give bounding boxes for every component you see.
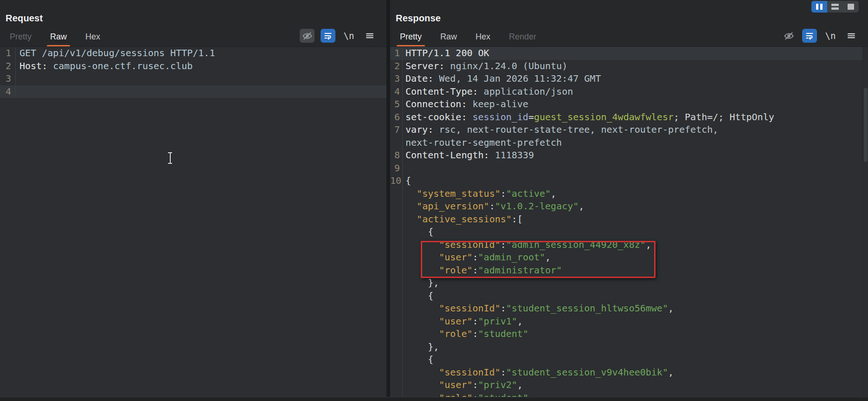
- response-code-line[interactable]: 4Content-Type: application/json: [390, 85, 868, 98]
- response-code-line[interactable]: 10{: [390, 175, 868, 188]
- code-text: "api_version":"v1.0.2-legacy",: [403, 200, 584, 213]
- response-code-line[interactable]: 6set-cookie: session_id=guest_session_4w…: [390, 111, 868, 124]
- hide-matches-eye-icon[interactable]: [781, 29, 796, 43]
- code-segment: :: [473, 265, 478, 276]
- line-number: [390, 188, 403, 200]
- response-scrollbar-thumb[interactable]: [864, 88, 868, 162]
- response-code-line[interactable]: "user":"priv2",: [390, 379, 868, 392]
- code-text: {: [403, 353, 433, 366]
- response-code-line[interactable]: {: [390, 290, 868, 303]
- response-code-line[interactable]: next-router-segment-prefetch: [390, 136, 868, 149]
- response-code-line[interactable]: 8Content-Length: 1118339: [390, 149, 868, 162]
- line-number: [390, 200, 403, 213]
- request-code-line[interactable]: 1GET /api/v1/debug/sessions HTTP/1.1: [0, 47, 386, 60]
- response-code-line[interactable]: },: [390, 341, 868, 354]
- code-segment: :[: [512, 213, 523, 225]
- response-code-line[interactable]: 5Connection: keep-alive: [390, 98, 868, 111]
- code-text: [16, 72, 19, 85]
- response-code-line[interactable]: "system_status":"active",: [390, 188, 868, 200]
- line-number: 1: [390, 47, 403, 60]
- response-code-line[interactable]: "user":"admin_root",: [390, 251, 868, 264]
- code-text: Content-Type: application/json: [403, 85, 573, 98]
- code-segment: },: [405, 277, 439, 288]
- single-pane-button[interactable]: [843, 1, 859, 13]
- response-code-line[interactable]: "role":"student": [390, 328, 868, 341]
- request-code-line[interactable]: 4: [0, 85, 386, 98]
- code-segment: "priv2": [478, 379, 517, 390]
- line-number: 4: [390, 85, 403, 98]
- response-editor[interactable]: 1HTTP/1.1 200 OK2Server: nginx/1.24.0 (U…: [390, 46, 868, 401]
- code-segment: "priv1": [478, 316, 517, 327]
- code-segment: next-router-segment-prefetch: [405, 137, 562, 148]
- response-code-line[interactable]: 7vary: rsc, next-router-state-tree, next…: [390, 123, 868, 136]
- code-text: {: [403, 290, 433, 303]
- response-tab-pretty[interactable]: Pretty: [397, 32, 425, 46]
- code-segment: ,: [517, 316, 523, 327]
- split-rows-button[interactable]: [827, 1, 843, 13]
- request-tab-pretty[interactable]: Pretty: [6, 32, 35, 46]
- code-text: Host: campus-one.ctf.rusec.club: [16, 60, 193, 73]
- code-segment: :: [501, 239, 506, 250]
- line-number: 3: [390, 72, 403, 85]
- word-wrap-icon[interactable]: [321, 29, 335, 43]
- code-segment: Date:: [405, 73, 433, 84]
- response-code-line[interactable]: "sessionId":"student_session_v9v4hee0bik…: [390, 366, 868, 379]
- response-code-line[interactable]: },: [390, 277, 868, 290]
- response-code-line[interactable]: "active_sessions":[: [390, 213, 868, 226]
- response-code-line[interactable]: {: [390, 226, 868, 239]
- response-code-line[interactable]: 9: [390, 162, 868, 175]
- response-code-line[interactable]: 2Server: nginx/1.24.0 (Ubuntu): [390, 60, 868, 73]
- editor-menu-icon[interactable]: [844, 29, 859, 43]
- hide-matches-eye-icon[interactable]: [300, 29, 315, 43]
- request-tab-hex[interactable]: Hex: [82, 32, 103, 46]
- request-editor[interactable]: 1GET /api/v1/debug/sessions HTTP/1.12Hos…: [0, 46, 386, 401]
- code-segment: [405, 200, 417, 212]
- newline-glyph: \n: [344, 31, 354, 41]
- code-segment: {: [405, 354, 433, 365]
- code-text: next-router-segment-prefetch: [403, 136, 562, 149]
- line-number: 3: [0, 72, 16, 85]
- request-code-line[interactable]: 2Host: campus-one.ctf.rusec.club: [0, 60, 386, 73]
- response-code-line[interactable]: "sessionId":"admin_session_44920_x8z",: [390, 239, 868, 252]
- response-tab-hex[interactable]: Hex: [472, 32, 494, 46]
- request-code-line[interactable]: 3: [0, 72, 386, 85]
- response-code-line[interactable]: "role":"administrator": [390, 264, 868, 277]
- line-number: 2: [0, 60, 16, 73]
- code-text: {: [403, 175, 411, 188]
- code-segment: nginx/1.24.0 (Ubuntu): [444, 60, 567, 71]
- code-segment: [405, 213, 417, 225]
- code-segment: [467, 111, 472, 123]
- code-text: "role":"administrator": [403, 264, 562, 277]
- word-wrap-icon[interactable]: [802, 29, 817, 43]
- code-segment: application/json: [478, 86, 573, 97]
- code-segment: ,: [545, 252, 551, 263]
- response-tab-raw[interactable]: Raw: [437, 32, 460, 46]
- request-tab-raw[interactable]: Raw: [47, 32, 70, 46]
- response-scrollbar[interactable]: [862, 47, 868, 397]
- code-segment: ,: [579, 200, 584, 212]
- code-segment: :: [473, 316, 478, 327]
- panel-splitter[interactable]: [386, 0, 390, 401]
- response-tab-render[interactable]: Render: [506, 32, 540, 46]
- line-number: [390, 290, 403, 303]
- request-editor-toolbar: \n: [300, 29, 386, 46]
- line-number: 5: [390, 98, 403, 111]
- response-code-line[interactable]: 1HTTP/1.1 200 OK: [390, 47, 868, 60]
- response-panel: Response PrettyRawHexRender\n 1HTTP/1.1 …: [390, 0, 868, 401]
- show-newlines-icon[interactable]: \n: [341, 29, 356, 43]
- show-newlines-icon[interactable]: \n: [823, 29, 838, 43]
- code-segment: "user": [439, 316, 472, 327]
- editor-menu-icon[interactable]: [362, 29, 377, 43]
- repeater-view: Request PrettyRawHex\n 1GET /api/v1/debu…: [0, 0, 868, 401]
- code-segment: :: [489, 200, 495, 212]
- code-segment: :: [473, 328, 478, 339]
- code-segment: session_id: [473, 111, 528, 123]
- pause-button[interactable]: [811, 1, 827, 13]
- code-segment: ,: [551, 188, 556, 199]
- response-code-line[interactable]: "sessionId":"student_session_hltwso56mwe…: [390, 302, 868, 315]
- code-segment: "role": [439, 328, 472, 339]
- response-code-line[interactable]: 3Date: Wed, 14 Jan 2026 11:32:47 GMT: [390, 72, 868, 85]
- response-code-line[interactable]: "user":"priv1",: [390, 315, 868, 328]
- response-code-line[interactable]: "api_version":"v1.0.2-legacy",: [390, 200, 868, 213]
- response-code-line[interactable]: {: [390, 353, 868, 366]
